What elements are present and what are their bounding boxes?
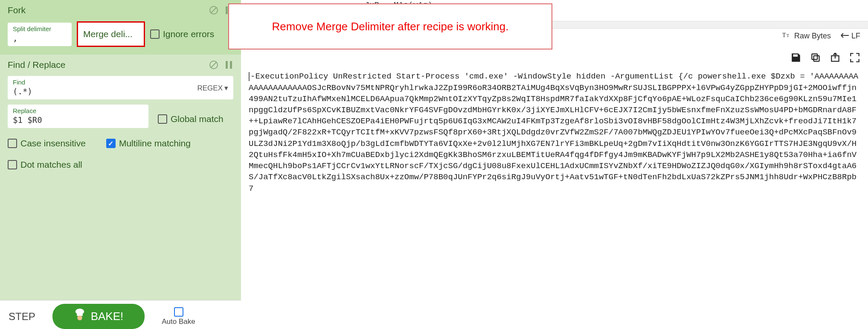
find-field[interactable]: Find (.*) REGEX ▾	[8, 76, 233, 99]
dot-matches-checkbox[interactable]	[8, 160, 17, 169]
split-delimiter-value: ,	[13, 33, 67, 43]
case-insensitive-label: Case insensitive	[20, 138, 86, 148]
text-case-icon: TT	[782, 31, 792, 41]
dot-matches-label: Dot matches all	[20, 160, 82, 170]
svg-line-5	[211, 62, 216, 67]
regex-label: REGEX	[197, 84, 223, 93]
fork-args: Split delimiter , Merge deli... Ignore e…	[8, 21, 233, 47]
output-panel: Remove Merge Delimiter after recipe is w…	[241, 0, 868, 329]
multiline-checkbox[interactable]	[106, 139, 116, 148]
autobake-checkbox[interactable]	[174, 307, 183, 317]
svg-rect-2	[226, 6, 228, 14]
global-match-option[interactable]: Global match	[158, 114, 224, 124]
regex-type-dropdown[interactable]: REGEX ▾	[197, 84, 228, 93]
recipe-panel: Fork Split delimiter , Merge deli... Ign…	[0, 0, 241, 329]
svg-rect-13	[814, 56, 819, 61]
fork-header: Fork	[8, 5, 233, 15]
autobake-toggle[interactable]: Auto Bake	[162, 307, 195, 326]
split-delimiter-field[interactable]: Split delimiter ,	[8, 23, 72, 46]
chef-icon	[74, 308, 86, 325]
disable-icon[interactable]	[209, 60, 219, 70]
case-insensitive-checkbox[interactable]	[8, 139, 17, 148]
operation-fork: Fork Split delimiter , Merge deli... Ign…	[0, 0, 241, 55]
replace-value: $1 $R0	[13, 115, 143, 125]
output-text-area[interactable]: -ExecutionPolicy UnRestricted Start-Proc…	[241, 67, 868, 197]
find-value: (.*)	[13, 87, 197, 96]
autobake-label: Auto Bake	[162, 317, 195, 326]
merge-delimiter-label: Merge deli...	[83, 29, 133, 39]
bottom-bar: STEP BAKE! Auto Bake	[0, 300, 241, 329]
svg-text:T: T	[787, 33, 789, 38]
annotation-text: Remove Merge Delimiter after recipe is w…	[272, 20, 509, 33]
multiline-option[interactable]: Multiline matching	[106, 138, 191, 148]
operation-findreplace: Find / Replace Find (.*) REGEX ▾	[0, 55, 241, 178]
svg-line-1	[211, 8, 216, 13]
findreplace-controls	[209, 60, 233, 70]
svg-rect-7	[230, 61, 232, 69]
split-delimiter-label: Split delimiter	[13, 25, 67, 32]
save-icon[interactable]	[790, 52, 801, 65]
bake-label: BAKE!	[91, 310, 124, 323]
fork-title: Fork	[8, 5, 26, 15]
disable-icon[interactable]	[209, 5, 219, 15]
replace-label: Replace	[13, 107, 143, 114]
ignore-errors-option[interactable]: Ignore errors	[150, 29, 214, 39]
annotation-callout: Remove Merge Delimiter after recipe is w…	[228, 3, 552, 49]
output-text: -ExecutionPolicy UnRestricted Start-Proc…	[249, 72, 858, 193]
global-match-label: Global match	[171, 114, 224, 124]
move-to-input-icon[interactable]	[830, 52, 841, 65]
findreplace-header: Find / Replace	[8, 60, 233, 70]
find-label: Find	[13, 79, 197, 86]
svg-rect-6	[226, 61, 228, 69]
eol-toggle[interactable]: LF	[839, 32, 860, 41]
dot-matches-option[interactable]: Dot matches all	[8, 160, 82, 170]
text-cursor	[249, 72, 250, 81]
case-insensitive-option[interactable]: Case insensitive	[8, 138, 86, 148]
char-encoding-toggle[interactable]: TT Raw Bytes	[782, 31, 831, 41]
global-match-checkbox[interactable]	[158, 114, 167, 124]
chevron-down-icon: ▾	[224, 84, 228, 93]
svg-point-10	[77, 315, 82, 320]
return-arrow-icon	[839, 32, 849, 41]
step-button[interactable]: STEP	[9, 311, 35, 323]
maximize-icon[interactable]	[849, 52, 860, 65]
output-toolbar-row2	[241, 49, 868, 67]
findreplace-title: Find / Replace	[8, 60, 65, 70]
svg-rect-14	[812, 54, 817, 60]
raw-bytes-label: Raw Bytes	[794, 32, 831, 41]
lf-label: LF	[851, 32, 860, 41]
svg-text:T: T	[782, 32, 786, 38]
merge-delimiter-field[interactable]: Merge deli...	[77, 21, 145, 47]
ignore-errors-checkbox[interactable]	[150, 29, 160, 39]
bake-button[interactable]: BAKE!	[52, 304, 145, 329]
pause-icon[interactable]	[225, 60, 233, 70]
multiline-label: Multiline matching	[119, 138, 191, 148]
copy-icon[interactable]	[810, 52, 821, 65]
findreplace-args: Find (.*) REGEX ▾ Replace $1 $R0 Global …	[8, 76, 233, 170]
replace-field[interactable]: Replace $1 $R0	[8, 105, 148, 128]
ignore-errors-label: Ignore errors	[163, 29, 214, 39]
